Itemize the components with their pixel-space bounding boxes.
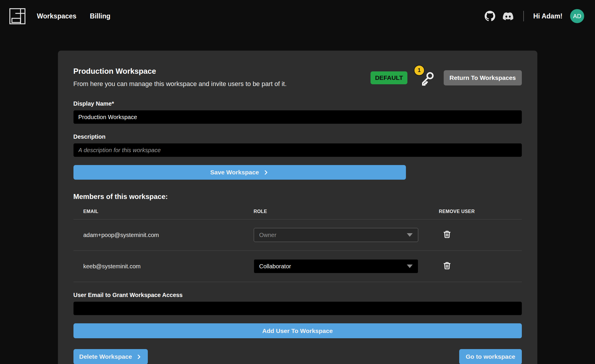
chevron-right-icon — [136, 354, 142, 360]
page-title: Production Workspace — [73, 67, 287, 76]
nav-item-workspaces[interactable]: Workspaces — [37, 12, 76, 20]
remove-user-button[interactable] — [442, 230, 452, 240]
invite-email-label: User Email to Grant Workspace Access — [73, 292, 522, 298]
header-divider — [523, 11, 524, 21]
members-heading: Members of this workspace: — [73, 193, 522, 201]
column-header-email: EMAIL — [73, 209, 254, 214]
chevron-right-icon — [263, 169, 269, 176]
key-icon — [419, 71, 435, 87]
description-label: Description — [73, 133, 522, 140]
role-select: Owner — [254, 228, 418, 242]
table-row: adam+poop@systeminit.com Owner — [73, 219, 522, 251]
column-header-role: ROLE — [254, 209, 439, 214]
member-email: adam+poop@systeminit.com — [73, 232, 254, 238]
card-header-text: Production Workspace From here you can m… — [73, 67, 287, 88]
trash-icon — [443, 261, 451, 270]
members-table: EMAIL ROLE REMOVE USER adam+poop@systemi… — [73, 209, 522, 282]
nav-item-billing[interactable]: Billing — [90, 12, 110, 20]
add-user-button[interactable]: Add User To Workspace — [73, 323, 522, 338]
avatar-initials: AD — [573, 13, 581, 20]
header-right: Hi Adam! AD — [485, 9, 584, 23]
add-user-label: Add User To Workspace — [262, 327, 333, 334]
save-workspace-label: Save Workspace — [210, 169, 259, 176]
invite-email-input[interactable] — [73, 302, 522, 315]
return-to-workspaces-button[interactable]: Return To Workspaces — [444, 70, 522, 85]
caret-down-icon — [407, 265, 413, 268]
display-name-label: Display Name* — [73, 100, 522, 107]
workspace-settings-card: Production Workspace From here you can m… — [58, 51, 537, 364]
delete-workspace-label: Delete Workspace — [79, 353, 132, 360]
main-nav: Workspaces Billing — [37, 12, 110, 20]
role-select-value: Collaborator — [259, 263, 291, 270]
user-avatar[interactable]: AD — [570, 9, 584, 23]
role-select[interactable]: Collaborator — [254, 259, 418, 273]
card-header: Production Workspace From here you can m… — [73, 67, 522, 88]
description-input[interactable] — [73, 143, 522, 157]
card-header-actions: DEFAULT 1 Return To Workspaces — [371, 67, 522, 87]
go-to-workspace-label: Go to workspace — [466, 353, 515, 360]
trash-icon — [443, 230, 451, 239]
save-workspace-button[interactable]: Save Workspace — [73, 165, 406, 180]
default-badge: DEFAULT — [371, 71, 407, 84]
system-initiative-logo[interactable] — [9, 8, 26, 25]
discord-link[interactable] — [502, 12, 514, 21]
table-row: keeb@systeminit.com Collaborator — [73, 251, 522, 282]
github-icon — [485, 11, 495, 21]
page-subtitle: From here you can manage this workspace … — [73, 80, 287, 88]
go-to-workspace-button[interactable]: Go to workspace — [459, 349, 522, 364]
discord-icon — [502, 12, 514, 21]
card-footer-actions: Delete Workspace Go to workspace — [73, 349, 522, 364]
display-name-input[interactable] — [73, 110, 522, 124]
caret-down-icon — [407, 233, 413, 237]
top-nav-bar: Workspaces Billing Hi Adam! AD — [0, 0, 595, 32]
user-greeting: Hi Adam! — [533, 12, 563, 20]
column-header-remove: REMOVE USER — [439, 209, 522, 214]
role-select-value: Owner — [259, 232, 277, 238]
members-table-header: EMAIL ROLE REMOVE USER — [73, 209, 522, 219]
member-email: keeb@systeminit.com — [73, 263, 254, 270]
github-link[interactable] — [485, 11, 495, 21]
delete-workspace-button[interactable]: Delete Workspace — [73, 349, 148, 364]
api-keys-indicator[interactable]: 1 — [418, 69, 435, 87]
remove-user-button[interactable] — [442, 261, 452, 271]
